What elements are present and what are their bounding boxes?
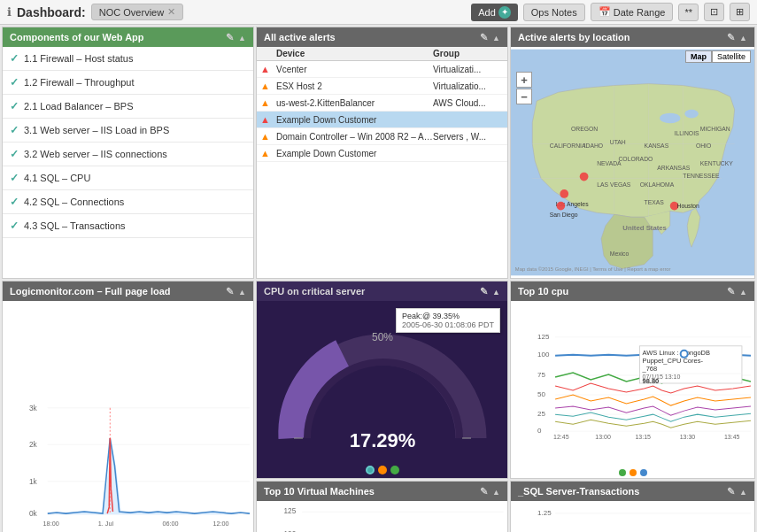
collapse-icon[interactable] xyxy=(238,286,246,297)
dot-teal[interactable] xyxy=(366,466,375,474)
table-row[interactable]: ▲ Domain Controller – Win 2008 R2 – AD, … xyxy=(257,128,507,145)
edit-icon[interactable] xyxy=(727,286,735,297)
map-type-buttons: Map Satellite xyxy=(685,50,751,63)
load-panel-icons xyxy=(226,286,246,297)
svg-text:17.29%: 17.29% xyxy=(349,429,415,451)
svg-text:San Diego: San Diego xyxy=(550,212,578,219)
cpu-panel: CPU on critical server Peak:@ 39.35% 200… xyxy=(256,281,508,479)
top10-dot-green xyxy=(619,469,626,476)
svg-text:ILLINOIS: ILLINOIS xyxy=(675,130,699,136)
svg-text:Houston: Houston xyxy=(677,203,700,209)
edit-icon[interactable] xyxy=(727,486,735,497)
info-icon: ℹ xyxy=(7,5,12,19)
date-range-button[interactable]: 📅 Date Range xyxy=(591,3,674,21)
asterisk-button[interactable]: ** xyxy=(678,4,699,21)
edit-icon[interactable] xyxy=(226,32,234,43)
list-item[interactable]: ✓ 4.2 SQL – Connections xyxy=(3,190,253,214)
map-button[interactable]: Map xyxy=(685,50,712,63)
svg-text:_768: _768 xyxy=(641,365,657,373)
collapse-icon[interactable] xyxy=(739,32,747,42)
map-title: Active alerts by location xyxy=(518,32,630,42)
vms-chart-svg: 125 100 75 50 25 xyxy=(283,503,504,532)
dashboard-label: Dashboard: xyxy=(17,5,86,19)
col-icon-header xyxy=(260,49,276,58)
table-row[interactable]: ▲ Example Down Customer xyxy=(257,145,507,162)
tab-label: NOC Overview xyxy=(99,7,164,18)
list-item[interactable]: ✓ 2.1 Load Balancer – BPS xyxy=(3,95,253,119)
alerts-panel: All active alerts Device Group ▲ Vcenter xyxy=(256,27,508,279)
layout-icon-button[interactable]: ⊞ xyxy=(730,3,750,21)
alert-device: ESX Host 2 xyxy=(276,81,433,91)
svg-text:LAS VEGAS: LAS VEGAS xyxy=(597,181,631,188)
svg-text:75: 75 xyxy=(537,371,545,379)
load-chart: 3k 2k 1k 0k ms xyxy=(3,301,253,532)
zoom-in-button[interactable]: + xyxy=(516,72,532,88)
right-column: Top 10 cpu 125 100 75 50 25 0 xyxy=(510,281,755,532)
svg-text:25: 25 xyxy=(537,410,545,418)
alert-device: Domain Controller – Win 2008 R2 – AD, DN… xyxy=(276,132,433,142)
svg-text:Mexico: Mexico xyxy=(610,251,630,257)
component-label: 3.2 Web server – IIS connections xyxy=(24,149,167,159)
table-row[interactable]: ▲ ESX Host 2 Virtualizatio... xyxy=(257,78,507,95)
vms-title: Top 10 Virtual Machines xyxy=(264,486,375,497)
dot-orange[interactable] xyxy=(378,466,387,474)
collapse-icon[interactable] xyxy=(739,286,747,297)
edit-icon[interactable] xyxy=(727,32,735,43)
sql-panel-icons xyxy=(727,486,747,497)
component-label: 4.3 SQL – Transactions xyxy=(24,220,126,231)
alert-device: Example Down Customer xyxy=(276,115,433,125)
alerts-title: All active alerts xyxy=(264,32,336,42)
top10-panel: Top 10 cpu 125 100 75 50 25 0 xyxy=(510,281,755,479)
svg-text:1k: 1k xyxy=(29,477,38,486)
noc-tab[interactable]: NOC Overview ✕ xyxy=(91,4,183,20)
dot-green3[interactable] xyxy=(390,466,399,474)
grid-icon-button[interactable]: ⊡ xyxy=(704,3,724,21)
zoom-out-button[interactable]: − xyxy=(516,89,532,104)
svg-text:COLORADO: COLORADO xyxy=(618,156,653,162)
top10-chart: 125 100 75 50 25 0 CPU xyxy=(511,301,754,478)
add-button[interactable]: Add ✦ xyxy=(471,4,518,21)
alert-icon: ▲ xyxy=(260,131,276,142)
alert-icon: ▲ xyxy=(260,97,276,108)
col-device-header: Device xyxy=(276,49,433,58)
components-title: Components of our Web App xyxy=(10,32,144,42)
table-row[interactable]: ▲ Vcenter Virtualizati... xyxy=(257,61,507,78)
list-item[interactable]: ✓ 1.1 Firewall – Host status xyxy=(3,47,253,71)
svg-text:1. Jul: 1. Jul xyxy=(98,520,114,528)
svg-text:98.80: 98.80 xyxy=(642,377,659,385)
svg-text:13:45: 13:45 xyxy=(724,434,740,440)
collapse-icon[interactable] xyxy=(492,486,500,497)
alert-group: Servers , W... xyxy=(433,132,504,142)
map-panel: Active alerts by location Map Satellite … xyxy=(510,27,755,279)
alerts-table-header: Device Group xyxy=(257,47,507,61)
collapse-icon[interactable] xyxy=(492,32,500,42)
svg-text:AWS Linux : MongoDB: AWS Linux : MongoDB xyxy=(642,349,710,357)
tooltip-peak: Peak:@ 39.35% xyxy=(402,312,494,320)
collapse-icon[interactable] xyxy=(238,32,246,42)
edit-icon[interactable] xyxy=(480,286,488,297)
edit-icon[interactable] xyxy=(480,32,488,43)
check-icon: ✓ xyxy=(10,124,19,136)
collapse-icon[interactable] xyxy=(492,286,500,297)
edit-icon[interactable] xyxy=(480,486,488,497)
svg-text:ARKANSAS: ARKANSAS xyxy=(657,165,690,171)
edit-icon[interactable] xyxy=(226,286,234,297)
ops-notes-button[interactable]: Ops Notes xyxy=(523,4,585,21)
top10-chart-svg: 125 100 75 50 25 0 CPU xyxy=(537,303,751,469)
satellite-button[interactable]: Satellite xyxy=(712,50,751,63)
component-label: 1.1 Firewall – Host status xyxy=(24,53,134,64)
list-item[interactable]: ✓ 3.2 Web server – IIS connections xyxy=(3,143,253,166)
list-item[interactable]: ✓ 3.1 Web server – IIS Load in BPS xyxy=(3,119,253,143)
collapse-icon[interactable] xyxy=(739,486,747,497)
table-row[interactable]: ▲ Example Down Customer xyxy=(257,112,507,128)
svg-text:0k: 0k xyxy=(29,509,38,518)
cpu-panel-header: CPU on critical server xyxy=(257,281,507,301)
table-row[interactable]: ▲ us-west-2.KittenBalancer AWS Cloud... xyxy=(257,95,507,112)
alerts-panel-header: All active alerts xyxy=(257,27,507,47)
list-item[interactable]: ✓ 4.1 SQL – CPU xyxy=(3,166,253,190)
list-item[interactable]: ✓ 1.2 Firewall – Throughput xyxy=(3,71,253,95)
add-button-label: Add xyxy=(478,7,496,18)
svg-point-28 xyxy=(557,202,566,211)
tab-close-icon[interactable]: ✕ xyxy=(167,6,175,18)
list-item[interactable]: ✓ 4.3 SQL – Transactions xyxy=(3,214,253,238)
